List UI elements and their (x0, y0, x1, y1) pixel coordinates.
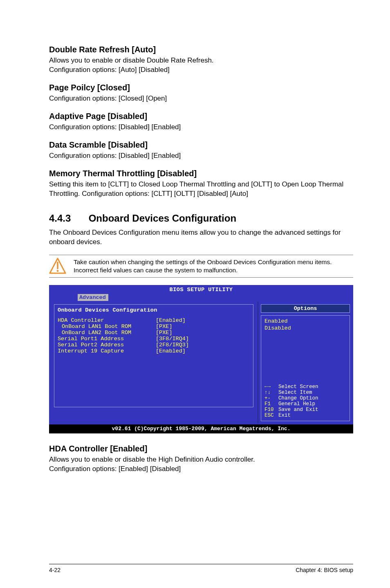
nav-key: ↑↓ (264, 390, 278, 395)
bios-footer: v02.61 (C)Copyright 1985-2009, American … (49, 424, 353, 433)
heading-mtt: Memory Thermal Throttling [Disabled] (49, 169, 353, 178)
bios-screen: BIOS SETUP UTILITY Advanced Onboard Devi… (49, 285, 353, 433)
bios-tab-advanced[interactable]: Advanced (78, 294, 108, 301)
heading-pp: Page Poilcy [Closed] (49, 83, 353, 92)
bios-label: Interrupt 19 Capture (58, 348, 156, 354)
nav-key: F1 (264, 401, 278, 407)
heading-ds: Data Scramble [Disabled] (49, 140, 353, 150)
bios-row[interactable]: HDA Controller [Enabled] (58, 317, 250, 323)
options-box: Enabled Disabled ←→Select Screen ↑↓Selec… (261, 315, 350, 421)
bios-title: BIOS SETUP UTILITY (49, 285, 353, 294)
options-header: Options (261, 304, 350, 313)
nav-key: ←→ (264, 384, 278, 390)
bios-label: Serial Port1 Address (58, 336, 156, 342)
bios-value: [PXE] (156, 323, 173, 330)
nav-text: Save and Exit (278, 407, 318, 413)
nav-text: Select Item (278, 390, 312, 395)
options-list: Enabled Disabled (264, 318, 346, 332)
text-drr: Allows you to enable or disable Double R… (49, 56, 353, 75)
nav-text: Change Option (278, 395, 318, 401)
text-ap: Configuration options: [Disabled] [Enabl… (49, 123, 353, 132)
heading-ap: Adaptive Page [Disabled] (49, 112, 353, 121)
bios-label: Serial Port2 Address (58, 342, 156, 348)
heading-onboard-devices: 4.4.3 Onboard Devices Configuration (49, 213, 353, 224)
bios-label: OnBoard LAN1 Boot ROM (58, 323, 156, 330)
page-number: 4-22 (49, 567, 61, 573)
section-title: Onboard Devices Configuration (89, 213, 236, 224)
nav-text: Select Screen (278, 384, 318, 390)
bios-tabbar: Advanced (49, 294, 353, 302)
caution-row: Take caution when changing the settings … (49, 255, 353, 278)
chapter-label: Chapter 4: BIOS setup (296, 567, 353, 573)
bios-label: HDA Controller (58, 317, 156, 323)
nav-key: ESC (264, 413, 278, 418)
nav-text: Exit (278, 413, 291, 418)
line: Configuration options: [Auto] [Disabled] (49, 66, 170, 74)
option-item[interactable]: Enabled (264, 318, 346, 325)
bios-value: [Enabled] (156, 348, 186, 354)
text-hda: Allows you to enable or disable the High… (49, 455, 353, 474)
line: Allows you to enable or disable the High… (49, 456, 255, 463)
nav-key: +- (264, 395, 278, 401)
text-ds: Configuration options: [Disabled] [Enabl… (49, 151, 353, 161)
nav-text: General Help (278, 401, 315, 407)
bios-row[interactable]: Interrupt 19 Capture [Enabled] (58, 348, 250, 354)
bios-row[interactable]: OnBoard LAN2 Boot ROM [PXE] (58, 330, 250, 336)
svg-point-2 (57, 270, 59, 272)
bios-value: [2F8/IRQ3] (156, 342, 189, 348)
heading-hda: HDA Controller [Enabled] (49, 444, 353, 453)
option-item[interactable]: Disabled (264, 325, 346, 332)
text-mtt: Setting this item to [CLTT] to Closed Lo… (49, 180, 353, 199)
bios-right-pane: Options Enabled Disabled ←→Select Screen… (258, 302, 352, 424)
bios-body: Onboard Devices Configuration HDA Contro… (49, 302, 353, 424)
text-onboard-intro: The Onboard Devices Configuration menu i… (49, 228, 353, 247)
line: Configuration options: [Enabled] [Disabl… (49, 465, 181, 473)
line: Allows you to enable or disable Double R… (49, 56, 214, 64)
text-pp: Configuration options: [Closed] [Open] (49, 94, 353, 103)
bios-row[interactable]: OnBoard LAN1 Boot ROM [PXE] (58, 323, 250, 330)
section-number: 4.4.3 (49, 213, 86, 224)
heading-drr: Double Rate Refresh [Auto] (49, 45, 353, 54)
bios-left-title: Onboard Devices Configuration (58, 307, 250, 313)
bios-settings-list: HDA Controller [Enabled] OnBoard LAN1 Bo… (58, 317, 250, 354)
bios-row[interactable]: Serial Port1 Address [3F8/IRQ4] (58, 336, 250, 342)
caution-icon (49, 258, 66, 275)
caution-text: Take caution when changing the settings … (74, 258, 353, 275)
page-footer: 4-22 Chapter 4: BIOS setup (49, 564, 353, 573)
bios-left-inner: Onboard Devices Configuration HDA Contro… (54, 304, 253, 407)
bios-value: [PXE] (156, 330, 173, 336)
bios-value: [3F8/IRQ4] (156, 336, 189, 342)
bios-label: OnBoard LAN2 Boot ROM (58, 330, 156, 336)
bios-value: [Enabled] (156, 317, 186, 323)
nav-key: F10 (264, 407, 278, 413)
bios-row[interactable]: Serial Port2 Address [2F8/IRQ3] (58, 342, 250, 348)
nav-help: ←→Select Screen ↑↓Select Item +-Change O… (264, 384, 346, 418)
bios-left-pane: Onboard Devices Configuration HDA Contro… (50, 302, 258, 424)
